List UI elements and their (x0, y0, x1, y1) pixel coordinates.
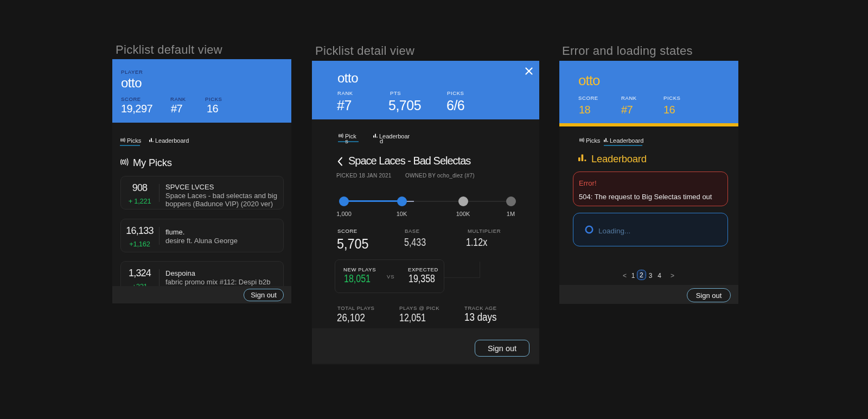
tab-leaderboard-underline (604, 145, 642, 146)
panel2-player-header: otto RANK #7 PTS 5,705 PICKS 6/6 (312, 61, 539, 119)
slider-label-100k: 100K (456, 211, 470, 217)
leaderboard-title: Leaderboard (591, 153, 647, 165)
pagination-page-2-active[interactable]: 2 (637, 270, 646, 280)
pagination-page-4[interactable]: 4 (658, 272, 661, 280)
multiplier-label: MULTIPLIER (468, 228, 501, 234)
panel2-title: Picklist detail view (315, 44, 414, 58)
picks-value: 16 (663, 104, 675, 116)
score-value: 19,297 (121, 103, 152, 115)
tab-leaderboard[interactable]: Leaderboar d (373, 133, 410, 139)
picks-label: PICKS (447, 90, 464, 96)
rank-label: RANK (170, 96, 186, 102)
panel1-footer: Sign out (112, 286, 291, 303)
player-name: otto (121, 75, 142, 91)
tab-picks[interactable]: Pick s (339, 133, 356, 139)
panel1-player-header: PLAYER otto SCORE 19,297 RANK #7 PICKS 1… (112, 59, 291, 123)
pagination-page-3[interactable]: 3 (649, 272, 653, 280)
my-picks-title: My Picks (133, 157, 172, 169)
pick-text-column: SPVCE LVCESSpace Laces - bad selectas an… (165, 176, 281, 209)
pick-text-column: flume.desire ft. Aluna George (165, 219, 281, 252)
radio-waves-icon (120, 157, 129, 169)
pick-row[interactable]: 16,133+1,162 flume.desire ft. Aluna Geor… (120, 219, 284, 252)
slider-handle-1000[interactable] (339, 196, 349, 206)
score-value: 5,705 (337, 236, 369, 252)
pick-row[interactable]: 908+ 1,221 SPVCE LVCESSpace Laces - bad … (120, 176, 284, 210)
divider (159, 184, 159, 202)
expected-label: EXPECTED (408, 266, 438, 272)
pick-score: 1,324 (129, 268, 151, 279)
picked-date: PICKED 18 JAN 2021 (336, 173, 391, 179)
bar-chart-icon (604, 137, 608, 144)
score-label: SCORE (337, 228, 358, 234)
panel3-states-card: otto SCORE 18 RANK #7 PICKS 16 Picks Lea… (559, 61, 738, 304)
close-icon[interactable] (525, 67, 533, 77)
panel1-title: Picklist default view (116, 43, 222, 57)
rank-label: RANK (621, 95, 637, 101)
total-plays-value: 26,102 (337, 312, 365, 324)
design-canvas: Picklist default view PLAYER otto SCORE … (0, 0, 868, 419)
error-message: 504: The request to Big Selectas timed o… (579, 193, 712, 201)
rank-value: #7 (621, 104, 633, 116)
picks-value: 16 (207, 103, 218, 115)
tab-leaderboard-label: Leaderboard (155, 137, 189, 144)
score-label: SCORE (121, 96, 141, 102)
new-plays-box: NEW PLAYS 18,051 VS EXPECTED 19,358 (335, 259, 444, 293)
sign-out-button[interactable]: Sign out (475, 340, 529, 357)
my-picks-heading: My Picks (120, 157, 172, 169)
owned-by: OWNED BY ocho_diez (#7) (405, 173, 475, 179)
pick-artist: flume. (165, 227, 281, 237)
slider-active-track (344, 200, 402, 202)
loading-box: Loading... (573, 213, 728, 246)
plays-at-pick-value: 12,051 (399, 312, 426, 324)
pagination-prev[interactable]: < (623, 272, 627, 280)
player-name: otto (578, 73, 599, 89)
panel3-footer: Sign out (559, 285, 738, 304)
pick-score-column: 908+ 1,221 (121, 176, 158, 209)
back-chevron-icon[interactable] (337, 157, 343, 168)
expected-value: 19,358 (409, 272, 435, 285)
slider-handle-100k[interactable] (458, 196, 468, 206)
score-value: 18 (579, 104, 590, 116)
panel3-player-header: otto SCORE 18 RANK #7 PICKS 16 (559, 61, 738, 123)
error-box: Error! 504: The request to Big Selectas … (573, 172, 728, 206)
tab-leaderboard[interactable]: Leaderboard (149, 137, 189, 144)
tab-picks[interactable]: Picks (579, 137, 600, 144)
gold-accent-bar (559, 123, 738, 126)
pagination-page-1[interactable]: 1 (631, 272, 635, 280)
pick-score: 908 (132, 182, 148, 194)
track-age-value: 13 days (464, 311, 497, 323)
loading-text: Loading... (598, 227, 630, 235)
player-label: PLAYER (121, 69, 143, 75)
pts-value: 5,705 (388, 98, 421, 113)
slider-label-1000: 1,000 (336, 211, 352, 217)
pick-artist: Despoina (165, 269, 281, 278)
sign-out-button[interactable]: Sign out (687, 288, 731, 302)
slider-handle-1m[interactable] (506, 196, 516, 206)
pts-label: PTS (390, 90, 401, 96)
base-value: 5,433 (404, 236, 426, 249)
ghost-box (444, 262, 480, 278)
bar-chart-icon (578, 154, 587, 164)
rank-value: #7 (337, 98, 352, 113)
vs-label: VS (387, 274, 395, 280)
bar-chart-icon (149, 137, 154, 144)
panel2-detail-card: otto RANK #7 PTS 5,705 PICKS 6/6 Pick s … (312, 61, 539, 365)
pick-score: 16,133 (126, 225, 153, 237)
pick-score-column: 16,133+1,162 (121, 219, 158, 252)
score-label: SCORE (578, 95, 598, 101)
radio-waves-icon (120, 137, 125, 144)
slider-label-1m: 1M (507, 211, 515, 217)
panel2-footer: Sign out (312, 328, 539, 364)
radio-waves-icon (579, 137, 584, 144)
track-age-label: TRACK AGE (464, 305, 497, 311)
tab-picks-underline (120, 145, 140, 146)
pagination-next[interactable]: > (671, 272, 674, 280)
sign-out-button[interactable]: Sign out (244, 289, 284, 301)
tab-picks[interactable]: Picks (120, 137, 141, 144)
picks-label: PICKS (205, 96, 222, 102)
panel3-title: Error and loading states (562, 44, 693, 58)
rank-value: #7 (171, 103, 182, 115)
slider-handle-10k[interactable] (397, 196, 407, 206)
divider (159, 269, 159, 287)
tab-leaderboard[interactable]: Leaderboard (604, 137, 643, 144)
